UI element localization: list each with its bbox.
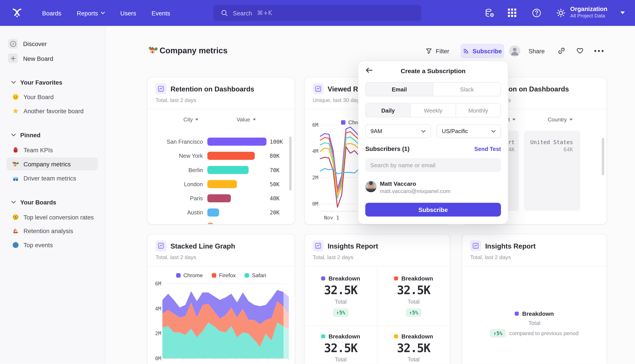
- card-title[interactable]: Retention on Dashboards: [170, 86, 254, 94]
- report-chart-icon: [470, 240, 481, 252]
- page-title: Company metrics: [160, 46, 228, 55]
- send-test-link[interactable]: Send Test: [474, 146, 501, 152]
- time-select[interactable]: 9AM: [365, 124, 431, 138]
- tab-daily[interactable]: Daily: [366, 104, 411, 117]
- chevron-down-icon: [491, 130, 496, 133]
- favorite-heart-icon[interactable]: [576, 46, 584, 55]
- sidebar-item-team-kpis[interactable]: Team KPIs: [0, 143, 105, 156]
- nav-item-reports[interactable]: Reports: [77, 10, 105, 16]
- sidebar-item-discover[interactable]: Discover: [0, 37, 105, 50]
- subscriber-name: Matt Vaccaro: [380, 180, 416, 187]
- sidebar-item-your-board[interactable]: Your Board: [0, 90, 105, 103]
- report-chart-icon: [313, 240, 324, 252]
- delta-badge: ↑5%: [333, 308, 349, 317]
- sidebar-item-company-metrics[interactable]: Company metrics: [7, 157, 98, 170]
- metric-label: Breakdown: [329, 275, 360, 282]
- metric-sub: Total: [335, 356, 347, 362]
- more-options-icon[interactable]: [594, 49, 604, 53]
- card-retention-on-dashboards: Retention on Dashboards Total, last 2 da…: [147, 77, 295, 224]
- table-row[interactable]: Paris40K: [148, 191, 295, 205]
- nav-item-users[interactable]: Users: [120, 10, 136, 16]
- column-header-country[interactable]: Country: [540, 116, 580, 123]
- modal-subscribe-button[interactable]: Subscribe: [365, 203, 501, 216]
- apps-grid-icon[interactable]: [507, 8, 518, 18]
- sidebar-item-retention-analysis[interactable]: Retention analysis: [0, 224, 105, 237]
- sidebar-item-another-favorite-board[interactable]: Another favorite board: [0, 104, 105, 118]
- metric-sub: Total: [408, 298, 420, 305]
- sidebar-item-top-level-conversion-rates[interactable]: Top level conversion rates: [0, 210, 105, 224]
- card-scrollbar[interactable]: [602, 138, 604, 175]
- nav-item-boards[interactable]: Boards: [42, 10, 61, 16]
- tab-monthly[interactable]: Monthly: [455, 104, 500, 117]
- sidebar-item-new-board[interactable]: New Board: [0, 52, 105, 65]
- subscribe-button[interactable]: Subscribe: [460, 44, 504, 58]
- subscribers-label: Subscribers (1): [365, 145, 410, 152]
- card-subtitle: Total, last 2 days: [313, 254, 353, 260]
- globe-emoji-icon: [12, 242, 19, 248]
- stacked-chart-svg: [148, 234, 295, 364]
- chevron-down-icon: [11, 134, 16, 136]
- bar: [207, 138, 266, 146]
- table-row[interactable]: Bangalore10K: [148, 220, 295, 224]
- sailboat-emoji-icon: [12, 227, 19, 234]
- compass-icon: [8, 39, 18, 48]
- sidebar-section-your-boards[interactable]: Your Boards: [11, 199, 56, 206]
- sidebar-section-pinned[interactable]: Pinned: [11, 132, 40, 138]
- y-axis-label: 2M: [306, 174, 318, 181]
- car-emoji-icon: [12, 175, 19, 182]
- metric-value: 32.5K: [397, 283, 430, 297]
- person-icon: [509, 46, 520, 57]
- sidebar-section-your-favorites[interactable]: Your Favorites: [11, 79, 62, 86]
- filter-button[interactable]: Filter: [425, 46, 449, 57]
- tab-weekly[interactable]: Weekly: [410, 104, 455, 117]
- search-input[interactable]: Search ⌘+K: [213, 5, 421, 21]
- subscriber-search-input[interactable]: [365, 158, 501, 172]
- table-row[interactable]: Austin20K: [148, 205, 295, 219]
- tab-slack[interactable]: Slack: [433, 83, 500, 96]
- report-chart-icon: [156, 83, 167, 94]
- metric-tile[interactable]: Breakdown32.5KTotal↑5%: [377, 266, 450, 326]
- card-insights-report-single: Insights Report Total, last 2 days Break…: [462, 234, 607, 364]
- table-row[interactable]: Berlin70K: [148, 162, 295, 177]
- user-avatar[interactable]: [509, 46, 520, 57]
- card-title[interactable]: Insights Report: [485, 242, 535, 250]
- table-row[interactable]: San Francisco100K: [148, 134, 295, 148]
- org-name: Organization: [570, 5, 607, 12]
- nav-item-events[interactable]: Events: [152, 10, 170, 16]
- metric-tile[interactable]: Breakdown32.5KTotal↑5%: [304, 326, 377, 364]
- metric-value: 32.5K: [324, 341, 357, 354]
- timezone-select[interactable]: US/Pacific: [437, 124, 501, 138]
- metric-sub: Total: [408, 356, 420, 362]
- sidebar-item-top-events[interactable]: Top events: [0, 238, 105, 252]
- settings-gear-icon[interactable]: [556, 8, 566, 18]
- y-axis-label: 4M: [149, 306, 161, 312]
- card-scrollbar[interactable]: [289, 136, 291, 190]
- metric-label: Breakdown: [329, 333, 360, 339]
- metric-tile[interactable]: Breakdown32.5KTotal↑5%: [304, 266, 377, 326]
- mixpanel-logo[interactable]: [11, 7, 23, 18]
- metric-tile[interactable]: Breakdown32.5KTotal↑5%: [377, 326, 450, 364]
- help-icon[interactable]: [531, 8, 542, 18]
- share-button[interactable]: Share: [528, 48, 545, 55]
- copy-link-icon[interactable]: [558, 47, 565, 55]
- tab-email[interactable]: Email: [366, 83, 433, 96]
- series-color-dot: [394, 334, 398, 338]
- data-connections-icon[interactable]: [484, 8, 495, 18]
- series-color-dot: [321, 334, 325, 338]
- mixpanel-logo-icon: [11, 7, 23, 18]
- y-axis-label: 0M: [149, 356, 161, 362]
- org-switcher[interactable]: Organization All Project Data: [570, 5, 607, 19]
- table-row[interactable]: London50K: [148, 177, 295, 191]
- table-row[interactable]: New York80K: [148, 148, 295, 162]
- column-header-city[interactable]: City: [172, 116, 210, 123]
- delta-badge: ↑5%: [490, 329, 506, 338]
- table-cell-country[interactable]: United States 64K: [524, 131, 580, 211]
- y-axis-label: 0M: [306, 201, 318, 207]
- card-title[interactable]: Insights Report: [328, 242, 378, 250]
- metric-label: Breakdown: [401, 333, 433, 339]
- smiley-emoji-icon: [12, 93, 19, 100]
- org-chevron-down-icon[interactable]: [620, 11, 625, 14]
- column-header-value[interactable]: Value: [227, 116, 266, 123]
- modal-title: Create a Subscription: [358, 68, 508, 75]
- sidebar-item-driver-team-metrics[interactable]: Driver team metrics: [0, 172, 105, 185]
